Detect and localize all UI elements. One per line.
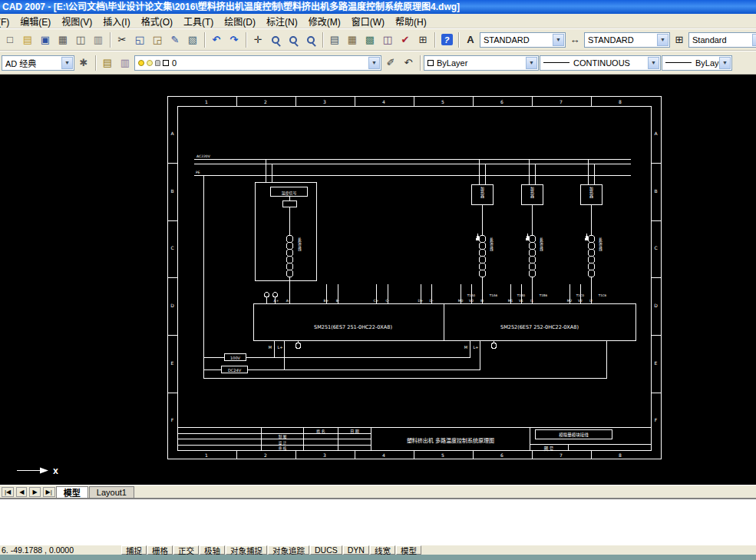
publish-icon[interactable] xyxy=(90,31,107,48)
tab-nav-prev-icon[interactable]: ◀ xyxy=(16,487,27,497)
linetype-combo[interactable]: CONTINUOUS ▼ xyxy=(540,55,661,71)
toggle-dyn[interactable]: DYN xyxy=(343,545,369,555)
zoom-window-icon[interactable] xyxy=(285,31,302,48)
plot-icon[interactable] xyxy=(54,31,71,48)
menu-file[interactable]: 文件(F) xyxy=(0,14,15,28)
menu-format[interactable]: 格式(O) xyxy=(136,14,178,28)
svg-text:C: C xyxy=(170,245,173,250)
menu-tools[interactable]: 工具(T) xyxy=(178,14,219,28)
paste-icon[interactable] xyxy=(149,31,166,48)
redo-icon[interactable] xyxy=(226,31,243,48)
toggle-ortho[interactable]: 正交 xyxy=(173,545,199,555)
menu-help[interactable]: 帮助(H) xyxy=(390,14,432,28)
menu-window[interactable]: 窗口(W) xyxy=(346,14,390,28)
chevron-down-icon[interactable]: ▼ xyxy=(719,57,731,69)
toggle-otrack[interactable]: 对象追踪 xyxy=(268,545,309,555)
workspace-combo[interactable]: AD 经典 ▼ xyxy=(2,55,74,71)
text-style-icon[interactable] xyxy=(462,31,479,48)
chevron-down-icon[interactable]: ▼ xyxy=(648,57,659,69)
chevron-down-icon[interactable]: ▼ xyxy=(657,34,669,46)
designcenter-icon[interactable] xyxy=(344,31,361,48)
toggle-osnap[interactable]: 对象捕捉 xyxy=(226,545,267,555)
chevron-down-icon[interactable]: ▼ xyxy=(526,57,537,69)
properties-icon[interactable] xyxy=(326,31,343,48)
menu-dimension[interactable]: 标注(N) xyxy=(261,14,303,28)
drawing-canvas[interactable]: 12 34 56 78 12 34 56 78 AB CD EF AB CD E… xyxy=(0,75,756,485)
tab-nav-next-icon[interactable]: ▶ xyxy=(29,487,40,497)
layer-properties-icon[interactable] xyxy=(99,55,116,71)
color-combo[interactable]: ByLayer ▼ xyxy=(424,55,539,71)
toggle-model[interactable]: 模型 xyxy=(396,545,421,555)
toggle-polar[interactable]: 极轴 xyxy=(200,545,225,555)
toolbar-separator xyxy=(246,32,246,48)
tab-nav-first-icon[interactable]: |◀ xyxy=(2,487,14,497)
toggle-snap[interactable]: 捕捉 xyxy=(121,545,147,555)
tab-model[interactable]: 模型 xyxy=(56,486,88,498)
text-style-value: STANDARD xyxy=(484,35,530,45)
svg-text:2: 2 xyxy=(264,452,267,458)
open-icon[interactable] xyxy=(19,31,36,48)
chevron-down-icon[interactable]: ▼ xyxy=(553,34,564,46)
plc-module-left-label: SM251(6ES7 251-0HC22-0XA8) xyxy=(314,324,392,330)
workspace-settings-icon[interactable] xyxy=(75,55,92,71)
plc-module-right-label: SM252(6ES7 252-0HC22-0XA8) xyxy=(500,324,579,330)
layer-on-icon[interactable] xyxy=(138,60,144,66)
make-layer-current-icon[interactable] xyxy=(382,55,399,71)
svg-text:D: D xyxy=(170,303,174,308)
layer-freeze-icon[interactable] xyxy=(147,60,153,66)
toggle-grid[interactable]: 栅格 xyxy=(147,545,173,555)
tab-nav-last-icon[interactable]: ▶| xyxy=(43,487,55,497)
table-style-combo[interactable]: Standard ▼ xyxy=(688,32,756,48)
lineweight-combo[interactable]: ByLayer ▼ xyxy=(662,55,732,71)
toolbar-separator xyxy=(434,32,435,48)
text-style-combo[interactable]: STANDARD ▼ xyxy=(480,32,566,48)
quickcalc-icon[interactable] xyxy=(414,31,431,48)
model-space-canvas[interactable]: 12 34 56 78 12 34 56 78 AB CD EF AB CD E… xyxy=(0,75,756,485)
layer-combo[interactable]: 0 ▼ xyxy=(134,55,381,71)
drawing-title: 塑料挤出机 多路温度控制系统原理图 xyxy=(407,437,494,444)
svg-text:C: C xyxy=(654,245,657,250)
cut-icon[interactable] xyxy=(114,31,130,48)
copy-icon[interactable] xyxy=(131,31,148,48)
chevron-down-icon[interactable]: ▼ xyxy=(368,57,380,69)
toggle-lineweight[interactable]: 线宽 xyxy=(370,545,395,555)
undo-icon[interactable] xyxy=(208,31,225,48)
save-icon[interactable] xyxy=(37,31,54,48)
layer-lock-icon[interactable] xyxy=(155,60,160,66)
dim-style-icon[interactable] xyxy=(566,31,583,48)
svg-text:6: 6 xyxy=(500,99,503,104)
markup-icon[interactable] xyxy=(397,31,414,48)
table-style-icon[interactable] xyxy=(671,31,688,48)
command-window[interactable] xyxy=(0,498,756,545)
window-titlebar[interactable]: CAD 2007 - [E:\公司文档\毕业设计论文集\2016\塑料挤出机温度… xyxy=(0,0,756,14)
dim-style-combo[interactable]: STANDARD ▼ xyxy=(584,32,670,48)
help-icon[interactable] xyxy=(438,31,455,48)
tool-palettes-icon[interactable] xyxy=(361,31,378,48)
menu-edit[interactable]: 编辑(E) xyxy=(15,14,56,28)
tb-row-designed: 设 计 xyxy=(279,440,287,446)
chevron-down-icon[interactable]: ▼ xyxy=(752,34,756,46)
menu-draw[interactable]: 绘图(D) xyxy=(219,14,261,28)
tab-layout1[interactable]: Layout1 xyxy=(89,486,134,498)
ruler-letters-left: AB CD EF xyxy=(170,131,174,422)
taskbar-sliver xyxy=(0,555,756,560)
menu-insert[interactable]: 插入(I) xyxy=(97,14,135,28)
match-properties-icon[interactable] xyxy=(167,31,183,48)
menu-view[interactable]: 视图(V) xyxy=(56,14,97,28)
plot-preview-icon[interactable] xyxy=(72,31,89,48)
label-m-right: M xyxy=(464,345,467,350)
layer-previous-icon[interactable] xyxy=(400,55,417,71)
svg-text:5: 5 xyxy=(441,99,444,104)
tb-date-col: 日 期 xyxy=(350,429,359,434)
zoom-previous-icon[interactable] xyxy=(302,31,319,48)
zoom-realtime-icon[interactable] xyxy=(267,31,284,48)
new-icon[interactable] xyxy=(2,31,18,48)
layer-states-icon[interactable] xyxy=(117,55,134,71)
chevron-down-icon[interactable]: ▼ xyxy=(61,57,73,69)
menu-modify[interactable]: 修改(M) xyxy=(303,14,346,28)
sheetset-manager-icon[interactable] xyxy=(379,31,396,48)
pan-icon[interactable] xyxy=(249,31,266,48)
block-editor-icon[interactable] xyxy=(184,31,201,48)
svg-text:4: 4 xyxy=(382,99,385,104)
toggle-ducs[interactable]: DUCS xyxy=(310,545,342,555)
